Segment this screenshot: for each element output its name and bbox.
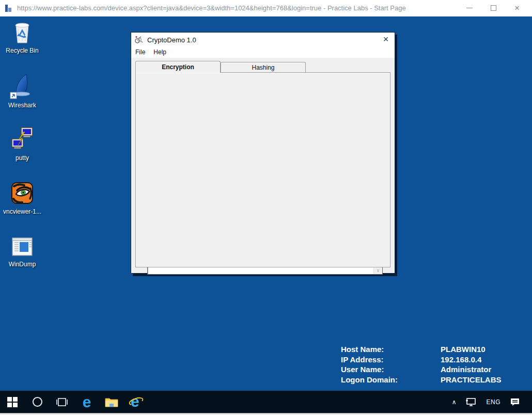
remote-desktop-screen: https://www.practice-labs.com/device.asp… <box>0 0 532 415</box>
bginfo-row: User Name: Administrator <box>341 364 527 375</box>
language-indicator[interactable]: ENG <box>481 391 505 413</box>
icon-label: WinDump <box>0 261 44 268</box>
windump-icon <box>10 236 35 260</box>
start-button[interactable] <box>0 391 25 413</box>
task-view-icon <box>56 397 68 407</box>
desktop-icon-putty[interactable]: putty <box>0 126 44 162</box>
file-explorer-button[interactable] <box>99 391 124 413</box>
cortana-button[interactable] <box>25 391 50 413</box>
bginfo-value: PLABWIN10 <box>441 344 527 355</box>
maximize-button[interactable] <box>481 0 505 16</box>
tab-strip: Encryption Hashing <box>135 61 306 73</box>
desktop-icon-wireshark[interactable]: Wireshark <box>0 72 44 109</box>
taskbar-left: e e <box>0 391 149 413</box>
internet-explorer-button[interactable]: e <box>124 391 149 413</box>
putty-icon <box>10 126 35 153</box>
bginfo-label: Logon Domain: <box>341 375 441 385</box>
bginfo-row: IP Address: 192.168.0.4 <box>341 355 527 365</box>
icon-label: Recycle Bin <box>0 47 44 55</box>
minimize-button[interactable] <box>458 0 481 16</box>
tab-hashing[interactable]: Hashing <box>221 62 306 73</box>
action-center-button[interactable] <box>505 391 525 413</box>
cryptodemo-window-title: CryptoDemo 1.0 <box>147 36 196 44</box>
bginfo-row: Logon Domain: PRACTICELABS <box>341 375 527 385</box>
maximize-icon <box>491 5 496 11</box>
action-center-icon <box>510 397 520 407</box>
scroll-down-icon[interactable]: ∨ <box>376 268 380 273</box>
vncviewer-icon <box>10 181 35 207</box>
practice-labs-favicon <box>4 4 13 13</box>
network-status-button[interactable] <box>461 391 481 413</box>
network-icon <box>465 397 477 407</box>
bginfo-label: IP Address: <box>341 355 441 365</box>
bginfo-value: PRACTICELABS <box>441 375 527 385</box>
close-icon: × <box>383 34 389 45</box>
internet-explorer-icon: e <box>128 394 145 410</box>
bginfo-label: Host Name: <box>341 344 441 355</box>
wireshark-icon <box>9 72 35 101</box>
desktop-icon-recycle-bin[interactable]: Recycle Bin <box>0 19 44 55</box>
desktop-icon-vncviewer[interactable]: vncviewer-1... <box>0 181 44 216</box>
icon-label: vncviewer-1... <box>0 209 44 216</box>
edge-button[interactable]: e <box>74 391 99 413</box>
browser-window-controls: × <box>458 0 529 16</box>
icon-label: putty <box>0 155 44 162</box>
edge-icon: e <box>83 394 91 410</box>
bginfo-value: Administrator <box>441 364 527 375</box>
tab-control: Encryption Hashing <box>135 61 390 267</box>
minimize-icon <box>466 8 473 8</box>
bginfo-value: 192.168.0.4 <box>441 355 527 365</box>
bginfo-label: User Name: <box>341 364 441 375</box>
chevron-up-icon: ∧ <box>452 398 457 406</box>
cryptodemo-window: CryptoDemo 1.0 × File Help Encryption Ha… <box>131 32 395 274</box>
task-view-button[interactable] <box>50 391 74 413</box>
taskbar: e e ∧ <box>0 391 532 413</box>
close-button[interactable]: × <box>505 0 529 16</box>
browser-title-text: https://www.practice-labs.com/device.asp… <box>17 4 458 12</box>
taskbar-right: ∧ ENG <box>447 391 532 413</box>
menu-file[interactable]: File <box>131 47 149 58</box>
close-icon: × <box>514 4 520 12</box>
windows-logo-icon <box>7 397 18 407</box>
file-explorer-icon <box>105 396 118 408</box>
cryptodemo-menu-bar: File Help <box>131 47 395 58</box>
desktop-icon-windump[interactable]: WinDump <box>0 236 44 268</box>
bginfo-row: Host Name: PLABWIN10 <box>341 344 527 355</box>
recycle-bin-icon <box>10 19 34 46</box>
menu-help[interactable]: Help <box>149 47 170 58</box>
cryptodemo-client-area: Encryption Hashing Encryption Algorithm … <box>131 58 395 273</box>
cryptodemo-title-bar[interactable]: CryptoDemo 1.0 × <box>131 33 395 47</box>
show-hidden-icons-button[interactable]: ∧ <box>447 391 461 413</box>
icon-label: Wireshark <box>0 102 44 109</box>
cryptodemo-close-button[interactable]: × <box>380 34 392 45</box>
tab-encryption[interactable]: Encryption <box>135 61 221 73</box>
window-bottom-edge <box>0 413 532 415</box>
cryptodemo-app-icon <box>134 36 143 44</box>
encryption-tab-panel <box>135 72 390 267</box>
browser-title-bar: https://www.practice-labs.com/device.asp… <box>0 0 532 17</box>
bginfo-panel: Host Name: PLABWIN10 IP Address: 192.168… <box>341 344 527 385</box>
cortana-circle-icon <box>33 397 42 407</box>
